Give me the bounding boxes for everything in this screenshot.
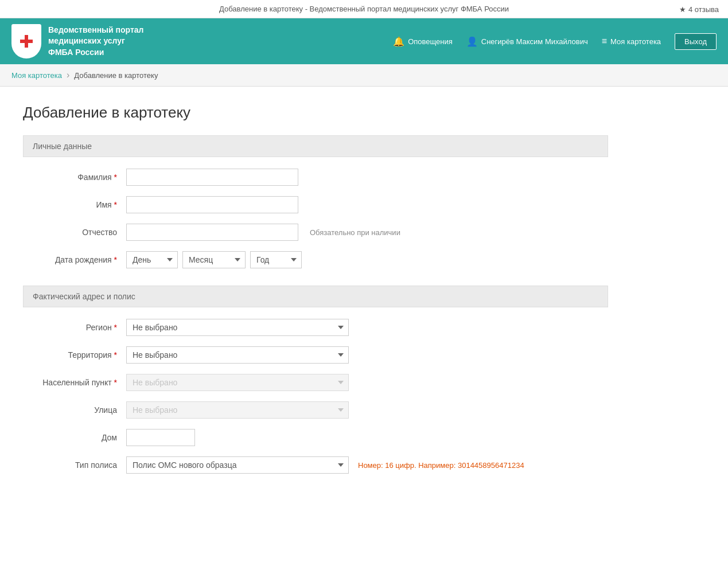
label-middlename: Отчество xyxy=(34,228,126,237)
required-star-firstname: * xyxy=(114,200,117,209)
required-star-lastname: * xyxy=(114,173,117,182)
label-firstname: Имя * xyxy=(34,200,126,209)
form-group-middlename: Отчество Обязательно при наличии xyxy=(23,224,608,241)
breadcrumb-separator: › xyxy=(67,70,69,80)
nav-my-kartoteka[interactable]: ≡ Моя картотека xyxy=(602,36,661,46)
required-star-settlement: * xyxy=(114,378,117,387)
rating-badge: ★ 4 отзыва xyxy=(679,5,719,13)
page-browser-title: Добавление в картотеку - Ведомственный п… xyxy=(219,5,509,13)
select-dob-month[interactable]: Месяц ЯнварьФевральМарт АпрельМайИюнь Ию… xyxy=(182,251,246,268)
select-street[interactable]: Не выбрано xyxy=(126,401,349,419)
form-group-street: Улица Не выбрано xyxy=(23,401,608,419)
form-group-dob: Дата рождения * День 1234 5678 9101112 1… xyxy=(23,251,608,268)
menu-icon: ≡ xyxy=(602,36,607,46)
form-group-lastname: Фамилия * xyxy=(23,169,608,186)
input-lastname[interactable] xyxy=(126,169,298,186)
label-lastname: Фамилия * xyxy=(34,173,126,182)
header: Ведомственный портал медицинских услуг Ф… xyxy=(0,18,728,64)
form-group-region: Регион * Не выбрано xyxy=(23,319,608,336)
select-dob-day[interactable]: День 1234 5678 9101112 13141516 17181920… xyxy=(126,251,178,268)
dob-selects: День 1234 5678 9101112 13141516 17181920… xyxy=(126,251,302,268)
middlename-hint: Обязательно при наличии xyxy=(310,228,400,237)
cross-icon xyxy=(18,33,35,50)
logo-text: Ведомственный портал медицинских услуг Ф… xyxy=(48,25,143,58)
main-content: Добавление в картотеку Личные данные Фам… xyxy=(0,87,631,508)
input-firstname[interactable] xyxy=(126,196,298,213)
rating-text: 4 отзыва xyxy=(688,5,719,13)
label-region: Регион * xyxy=(34,323,126,332)
form-group-firstname: Имя * xyxy=(23,196,608,213)
rating-star: ★ xyxy=(679,5,688,13)
label-policy-type: Тип полиса xyxy=(34,460,126,470)
input-middlename[interactable] xyxy=(126,224,298,241)
section-address: Фактический адрес и полис Регион * Не вы… xyxy=(23,286,608,474)
nav-notifications[interactable]: 🔔 Оповещения xyxy=(393,36,453,47)
required-star-dob: * xyxy=(114,255,117,264)
form-group-territory: Территория * Не выбрано xyxy=(23,346,608,364)
label-dob: Дата рождения * xyxy=(34,255,126,264)
svg-rect-1 xyxy=(20,40,33,43)
select-policy-type[interactable]: Полис ОМС нового образца Полис ОМС старо… xyxy=(126,456,349,474)
header-nav: 🔔 Оповещения 👤 Снегирёв Максим Михайлови… xyxy=(393,33,717,50)
top-bar: Добавление в картотеку - Ведомственный п… xyxy=(0,0,728,18)
required-star-territory: * xyxy=(114,350,117,360)
label-street: Улица xyxy=(34,405,126,415)
label-house: Дом xyxy=(34,433,126,442)
section-address-header: Фактический адрес и полис xyxy=(23,286,608,307)
breadcrumb-current: Добавление в картотеку xyxy=(74,71,158,80)
select-dob-year[interactable]: Год xyxy=(250,251,302,268)
section-personal-header: Личные данные xyxy=(23,135,608,157)
form-group-policy-type: Тип полиса Полис ОМС нового образца Поли… xyxy=(23,456,608,474)
select-region[interactable]: Не выбрано xyxy=(126,319,349,336)
breadcrumb-link-kartoteka[interactable]: Моя картотека xyxy=(11,71,62,80)
form-group-settlement: Населенный пункт * Не выбрано xyxy=(23,374,608,391)
label-territory: Территория * xyxy=(34,350,126,360)
label-settlement: Населенный пункт * xyxy=(34,378,126,387)
section-personal: Личные данные Фамилия * Имя * Отчество О… xyxy=(23,135,608,268)
logo-area: Ведомственный портал медицинских услуг Ф… xyxy=(11,24,143,58)
required-star-region: * xyxy=(114,323,117,332)
select-settlement[interactable]: Не выбрано xyxy=(126,374,349,391)
breadcrumb: Моя картотека › Добавление в картотеку xyxy=(0,64,728,87)
bell-icon: 🔔 xyxy=(393,36,404,47)
form-group-house: Дом xyxy=(23,429,608,446)
policy-hint: Номер: 16 цифр. Например: 30144589564712… xyxy=(358,461,524,470)
select-territory[interactable]: Не выбрано xyxy=(126,346,349,364)
user-icon: 👤 xyxy=(466,36,478,47)
nav-user[interactable]: 👤 Снегирёв Максим Михайлович xyxy=(466,36,588,47)
page-title: Добавление в картотеку xyxy=(23,104,608,122)
input-house[interactable] xyxy=(126,429,195,446)
logo-shield xyxy=(11,24,41,58)
exit-button[interactable]: Выход xyxy=(675,33,717,50)
